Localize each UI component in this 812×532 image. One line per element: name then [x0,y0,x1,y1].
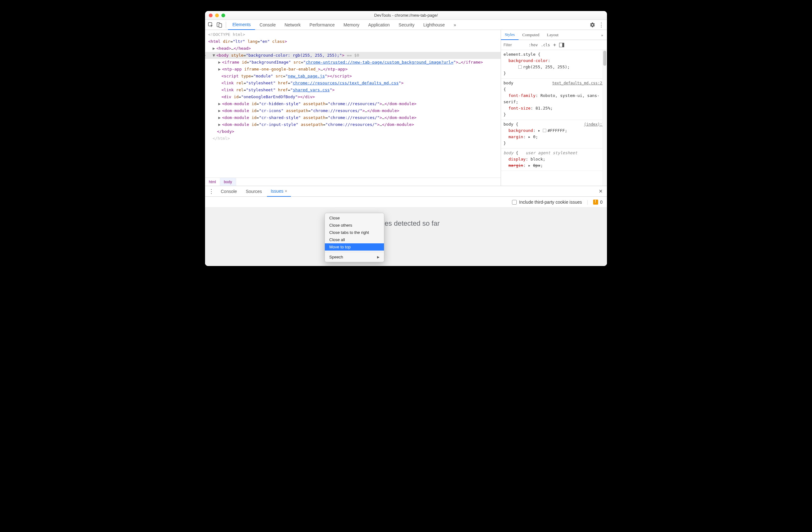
tabs-overflow[interactable]: » [449,20,460,30]
settings-gear-icon[interactable] [588,20,597,29]
ctx-close-right[interactable]: Close tabs to the right [325,229,384,236]
zoom-window-icon[interactable] [221,14,225,17]
breadcrumb: html body [205,178,501,186]
styles-panel: Styles Computed Layout » :hov .cls + ele… [501,30,607,186]
tab-memory[interactable]: Memory [339,20,364,30]
close-tab-icon[interactable]: × [285,188,287,194]
rule-body-1[interactable]: bodytext_defaults_md.css:25{ font-family… [501,79,607,120]
new-rule-button[interactable]: + [553,42,556,48]
inspect-element-icon[interactable] [206,20,215,29]
drawer-close-icon[interactable]: × [596,187,605,196]
tab-elements[interactable]: Elements [228,20,255,30]
dom-tree[interactable]: <!DOCTYPE html> <html dir="ltr" lang="en… [205,30,501,178]
crumb-html[interactable]: html [205,178,220,186]
drawer-tab-sources[interactable]: Sources [242,186,265,197]
tab-lighthouse[interactable]: Lighthouse [419,20,449,30]
drawer-tab-console[interactable]: Console [217,186,241,197]
crumb-body[interactable]: body [220,178,236,186]
dom-selected-body[interactable]: ▼<body style="background-color: rgb(255,… [205,52,501,59]
stab-styles[interactable]: Styles [501,30,519,40]
styles-scrollbar[interactable] [603,50,607,186]
more-vert-icon[interactable]: ⋮ [597,20,606,29]
stab-computed[interactable]: Computed [519,30,543,40]
hov-toggle[interactable]: :hov [528,43,538,47]
ctx-close-others[interactable]: Close others [325,222,384,229]
minimize-window-icon[interactable] [215,14,219,17]
source-link[interactable]: text_defaults_md.css:25 [552,80,605,86]
ctx-move-to-top[interactable]: Move to top [325,243,384,251]
cls-toggle[interactable]: .cls [541,43,550,47]
ctx-close-all[interactable]: Close all [325,236,384,243]
styles-filter-input[interactable] [503,42,525,48]
tab-context-menu: Close Close others Close tabs to the rig… [324,213,384,262]
tab-console[interactable]: Console [255,20,280,30]
stab-layout[interactable]: Layout [543,30,562,40]
iframe-src-link[interactable]: chrome-untrusted://new-tab-page/custom_b… [306,60,453,65]
color-swatch-icon[interactable] [518,65,522,69]
tab-application[interactable]: Application [364,20,394,30]
tab-security[interactable]: Security [394,20,419,30]
source-link[interactable]: (index):7 [584,121,605,127]
drawer: ⋮ Console Sources Issues× × Include thir… [205,186,607,266]
script-src-link[interactable]: new_tab_page.js [288,74,324,79]
issues-count: 0 [593,199,603,205]
issues-empty-state: issues detected so far [205,208,607,266]
rule-body-ua[interactable]: body { user agent stylesheet display: bl… [501,149,607,171]
tab-performance[interactable]: Performance [305,20,339,30]
drawer-more-vert-icon[interactable]: ⋮ [207,187,216,196]
toggle-sidebar-icon[interactable] [559,43,564,47]
close-window-icon[interactable] [209,14,213,17]
device-toolbar-icon[interactable] [215,20,224,29]
link1-href[interactable]: chrome://resources/css/text_defaults_md.… [293,81,399,85]
svg-rect-4 [562,43,564,47]
rule-element-style[interactable]: element.style { background-color: rgb(25… [501,50,607,79]
link2-href[interactable]: shared_vars.css [293,87,330,92]
window-title: DevTools - chrome://new-tab-page/ [205,13,607,18]
color-swatch-icon[interactable] [543,129,546,132]
include-3p-checkbox[interactable]: Include third-party cookie issues [512,199,582,205]
drawer-tab-issues[interactable]: Issues× [267,186,291,197]
devtools-window: DevTools - chrome://new-tab-page/ Elemen… [205,11,607,266]
main-tabbar: Elements Console Network Performance Mem… [205,20,607,30]
ctx-close[interactable]: Close [325,214,384,222]
tab-network[interactable]: Network [280,20,305,30]
titlebar: DevTools - chrome://new-tab-page/ [205,11,607,20]
svg-rect-2 [219,24,222,27]
doctype: <!DOCTYPE html> [208,32,245,37]
rule-body-2[interactable]: body {(index):7 background: ▸ #FFFFFF; m… [501,120,607,149]
stabs-overflow[interactable]: » [597,30,607,40]
ctx-speech[interactable]: Speech [325,253,384,261]
warning-badge-icon [593,199,598,205]
